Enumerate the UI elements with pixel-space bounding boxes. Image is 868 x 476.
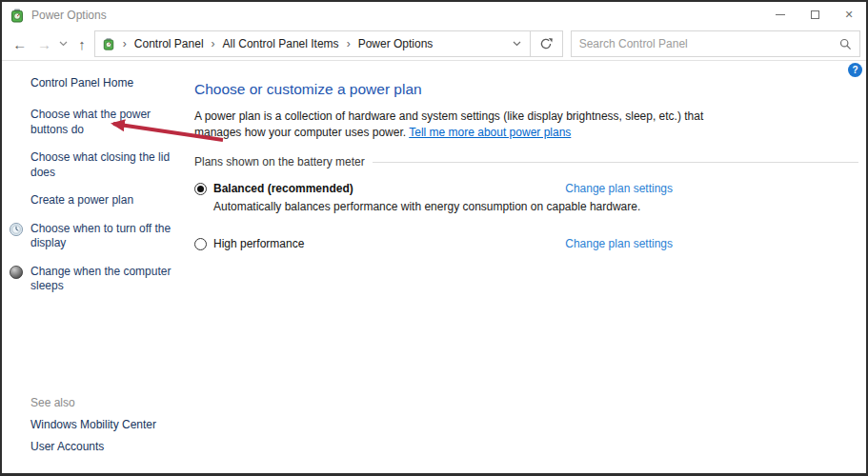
sidebar-item-user-accounts[interactable]: User Accounts (30, 440, 156, 453)
high-performance-change-plan-settings-link[interactable]: Change plan settings (565, 237, 673, 250)
see-also-section: See also Windows Mobility Center User Ac… (30, 396, 156, 462)
sidebar-item-power-buttons[interactable]: Choose what the power buttons do (30, 108, 175, 137)
sidebar-item-turn-off-display[interactable]: Choose when to turn off the display (30, 222, 175, 251)
radio-selected-dot (197, 186, 204, 192)
plans-list: Balanced (recommended) Change plan setti… (194, 182, 673, 250)
sidebar-item-create-power-plan[interactable]: Create a power plan (30, 193, 175, 208)
sleep-icon (9, 265, 24, 280)
maximize-icon (811, 10, 819, 19)
breadcrumb-all-control-panel-items[interactable]: All Control Panel Items (223, 37, 339, 50)
see-also-title: See also (30, 396, 156, 409)
plan-description-text: A power plan is a collection of hardware… (194, 109, 858, 141)
history-dropdown-button[interactable] (56, 41, 70, 47)
breadcrumb-separator: › (339, 37, 358, 50)
maximize-button[interactable] (797, 2, 832, 28)
address-bar[interactable]: › Control Panel › All Control Panel Item… (94, 30, 563, 57)
search-icon[interactable] (839, 38, 852, 50)
display-power-icon (9, 222, 24, 237)
sidebar-item-label: Change when the computer sleeps (30, 265, 171, 293)
search-input[interactable] (579, 37, 839, 50)
chevron-down-icon (513, 41, 521, 47)
sidebar-item-control-panel-home[interactable]: Control Panel Home (30, 76, 183, 89)
address-dropdown-button[interactable] (505, 31, 530, 56)
plans-section-label: Plans shown on the battery meter (194, 155, 365, 169)
sidebar-item-computer-sleeps[interactable]: Change when the computer sleeps (30, 265, 175, 294)
sidebar-item-closing-lid[interactable]: Choose what closing the lid does (30, 150, 175, 180)
sidebar-item-label: Choose when to turn off the display (30, 222, 171, 250)
sidebar: Control Panel Home Choose what the power… (2, 61, 183, 473)
description-line1: A power plan is a collection of hardware… (194, 109, 703, 123)
power-options-location-icon (102, 37, 115, 50)
breadcrumb-power-options[interactable]: Power Options (358, 37, 434, 50)
high-performance-radio[interactable] (194, 238, 207, 250)
balanced-radio[interactable] (194, 183, 207, 195)
help-button[interactable]: ? (848, 63, 862, 77)
plan-row-balanced: Balanced (recommended) Change plan setti… (194, 182, 673, 195)
breadcrumb-separator: › (115, 37, 134, 50)
window-title: Power Options (31, 9, 107, 22)
window-body: Control Panel Home Choose what the power… (2, 61, 866, 473)
balanced-plan-description: Automatically balances performance with … (213, 200, 673, 213)
chevron-down-icon (59, 41, 68, 47)
plan-row-high-performance: High performance Change plan settings (194, 237, 673, 250)
minimize-icon (776, 14, 785, 15)
up-button[interactable]: ↑ (70, 31, 94, 56)
power-options-battery-icon (10, 8, 25, 23)
breadcrumb-control-panel[interactable]: Control Panel (134, 37, 204, 50)
high-performance-plan-label[interactable]: High performance (213, 237, 304, 250)
close-button[interactable]: ✕ (832, 2, 866, 28)
forward-button[interactable]: → (32, 31, 57, 56)
tell-me-more-link[interactable]: Tell me more about power plans (409, 126, 571, 139)
sidebar-item-windows-mobility-center[interactable]: Windows Mobility Center (30, 418, 156, 431)
plans-section-header: Plans shown on the battery meter (194, 155, 858, 169)
window-controls: ✕ (763, 2, 866, 28)
breadcrumb-separator: › (204, 37, 223, 50)
navigation-bar: ← → ↑ › Control Panel › All Control Pane… (2, 28, 866, 61)
refresh-button[interactable] (531, 31, 562, 56)
search-box (571, 30, 860, 57)
page-title: Choose or customize a power plan (194, 81, 858, 98)
balanced-plan-label[interactable]: Balanced (recommended) (213, 182, 353, 195)
description-line2: manages how your computer uses power. (194, 126, 409, 139)
close-icon: ✕ (844, 10, 853, 20)
main-content: Choose or customize a power plan A power… (183, 61, 866, 473)
section-divider (373, 162, 858, 163)
power-options-window: Power Options ✕ ← → ↑ › Control Panel › … (0, 0, 868, 476)
minimize-button[interactable] (763, 2, 797, 28)
back-button[interactable]: ← (8, 31, 32, 56)
titlebar: Power Options ✕ (2, 2, 866, 28)
refresh-icon (539, 37, 553, 50)
balanced-change-plan-settings-link[interactable]: Change plan settings (565, 182, 673, 195)
